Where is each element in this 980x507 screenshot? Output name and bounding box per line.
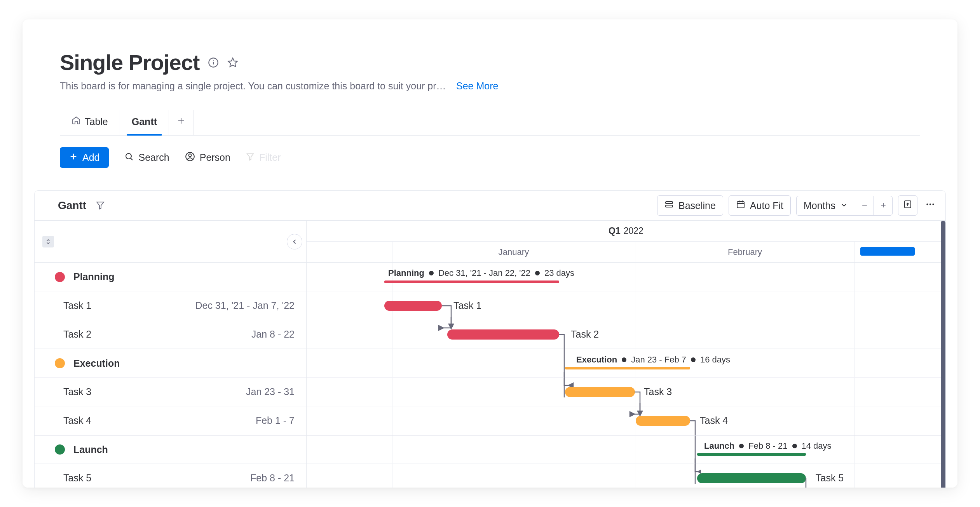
- filter-icon: [246, 152, 255, 163]
- tab-gantt[interactable]: Gantt: [120, 110, 169, 135]
- more-options-button[interactable]: [923, 195, 938, 216]
- svg-point-11: [188, 154, 191, 157]
- task-bar-label: Task 4: [700, 415, 728, 426]
- task-bar-label: Task 2: [571, 329, 599, 340]
- task-row[interactable]: Task 1 Dec 31, '21 - Jan 7, '22: [35, 291, 306, 320]
- task-name: Task 3: [63, 386, 91, 397]
- group-summary-label: Execution Jan 23 - Feb 7 16 days: [576, 355, 730, 365]
- group-name: Execution: [73, 358, 120, 369]
- star-icon[interactable]: [227, 57, 238, 68]
- calendar-fit-icon: [736, 200, 745, 211]
- task-row[interactable]: Task 2 Jan 8 - 22: [35, 320, 306, 349]
- svg-marker-3: [228, 58, 237, 66]
- plus-icon: [177, 116, 185, 127]
- task-bar-label: Task 3: [644, 386, 672, 397]
- task-row[interactable]: Task 5 Feb 8 - 21: [35, 464, 306, 488]
- person-button[interactable]: Person: [185, 152, 230, 164]
- group-summary-label: Planning Dec 31, '21 - Jan 22, '22 23 da…: [388, 268, 574, 278]
- group-summary-bar[interactable]: [565, 367, 690, 369]
- filter-label: Filter: [259, 152, 281, 163]
- task-name: Task 1: [63, 300, 91, 311]
- group-summary-bar[interactable]: [697, 453, 806, 456]
- task-dates: Jan 8 - 22: [251, 329, 295, 340]
- svg-point-26: [929, 204, 931, 205]
- task-row[interactable]: Task 4 Feb 1 - 7: [35, 406, 306, 435]
- zoom-out-button[interactable]: [855, 196, 874, 215]
- timeline-task-row: Task 4: [307, 406, 945, 435]
- task-bar[interactable]: [447, 329, 559, 340]
- ellipsis-icon: [925, 199, 935, 212]
- chevron-down-icon: [840, 200, 848, 211]
- svg-point-2: [213, 60, 214, 61]
- task-bar[interactable]: [636, 416, 690, 426]
- svg-point-27: [932, 204, 934, 205]
- task-dates: Dec 31, '21 - Jan 7, '22: [195, 300, 295, 311]
- time-scale-label: Months: [804, 200, 835, 211]
- search-label: Search: [138, 152, 169, 163]
- vertical-scrollbar[interactable]: [941, 221, 945, 488]
- group-header-planning[interactable]: Planning: [35, 263, 306, 291]
- timeline-task-row: Task 5: [307, 464, 945, 488]
- svg-rect-15: [666, 205, 673, 207]
- task-bar-label: Task 5: [816, 472, 844, 484]
- gantt-title: Gantt: [58, 199, 86, 212]
- svg-point-8: [126, 153, 131, 159]
- autofit-button[interactable]: Auto Fit: [729, 195, 791, 216]
- task-dates: Feb 1 - 7: [256, 415, 295, 426]
- see-more-link[interactable]: See More: [456, 80, 498, 92]
- add-view-button[interactable]: [169, 110, 194, 135]
- export-icon: [903, 200, 912, 211]
- timeline-task-row: Task 3: [307, 378, 945, 406]
- svg-marker-12: [247, 154, 254, 160]
- timeline-task-row: Task 1: [307, 291, 945, 320]
- task-name: Task 2: [63, 329, 91, 340]
- task-bar[interactable]: [384, 301, 442, 311]
- quarter-label: Q12022: [307, 221, 945, 242]
- filter-icon[interactable]: [96, 200, 105, 211]
- group-summary-label: Launch Feb 8 - 21 14 days: [704, 441, 832, 451]
- svg-marker-29: [439, 326, 443, 330]
- person-label: Person: [200, 152, 230, 163]
- collapse-all-button[interactable]: [42, 236, 54, 247]
- group-color-dot: [55, 444, 65, 455]
- plus-icon: [69, 152, 78, 163]
- group-color-dot: [55, 272, 65, 282]
- plus-icon: [879, 200, 887, 211]
- zoom-group: Months: [796, 196, 893, 216]
- svg-marker-13: [97, 202, 104, 209]
- baseline-label: Baseline: [678, 200, 716, 211]
- timeline-group-row: Execution Jan 23 - Feb 7 16 days: [307, 349, 945, 378]
- tab-table[interactable]: Table: [60, 110, 120, 135]
- collapse-panel-button[interactable]: [287, 234, 302, 249]
- home-icon: [71, 116, 81, 127]
- time-scale-select[interactable]: Months: [797, 196, 855, 215]
- svg-marker-32: [630, 412, 635, 416]
- task-dates: Jan 23 - 31: [246, 386, 295, 397]
- group-name: Launch: [73, 444, 108, 455]
- task-row[interactable]: Task 3 Jan 23 - 31: [35, 378, 306, 406]
- add-button[interactable]: Add: [60, 147, 109, 168]
- page-title: Single Project: [60, 50, 199, 75]
- export-button[interactable]: [898, 195, 917, 216]
- month-prev: [307, 242, 392, 262]
- task-bar[interactable]: [697, 473, 806, 483]
- svg-line-9: [131, 158, 133, 160]
- today-indicator: [860, 247, 915, 256]
- search-button[interactable]: Search: [124, 152, 169, 164]
- timeline-group-row: Planning Dec 31, '21 - Jan 22, '22 23 da…: [307, 263, 945, 291]
- board-description: This board is for managing a single proj…: [60, 80, 448, 92]
- baseline-button[interactable]: Baseline: [657, 195, 723, 216]
- minus-icon: [861, 200, 868, 211]
- filter-button[interactable]: Filter: [246, 152, 281, 163]
- task-bar[interactable]: [565, 387, 635, 397]
- task-name: Task 4: [63, 415, 91, 426]
- zoom-in-button[interactable]: [874, 196, 892, 215]
- group-header-execution[interactable]: Execution: [35, 349, 306, 378]
- svg-rect-16: [737, 202, 744, 208]
- tab-gantt-label: Gantt: [132, 116, 157, 127]
- group-summary-bar[interactable]: [384, 281, 559, 283]
- baseline-icon: [664, 200, 674, 211]
- group-header-launch[interactable]: Launch: [35, 435, 306, 464]
- info-icon[interactable]: [208, 57, 219, 68]
- autofit-label: Auto Fit: [750, 200, 783, 211]
